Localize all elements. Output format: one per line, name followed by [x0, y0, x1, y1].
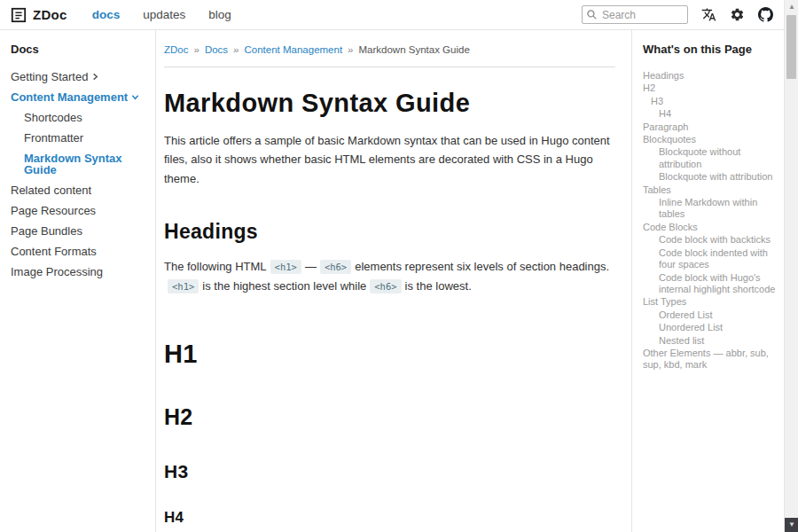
- chevron-down-icon: [131, 93, 139, 101]
- sidebar-item-label: Markdown Syntax Guide: [24, 153, 146, 176]
- sidebar-item-page-resources[interactable]: Page Resources: [11, 205, 146, 216]
- sidebar-item-label: Frontmatter: [24, 132, 83, 144]
- sidebar-item-content-management[interactable]: Content Management: [11, 91, 146, 103]
- toc-item-blockquote-with-attribution[interactable]: Blockquote with attribution: [643, 171, 777, 183]
- toc-item-h3[interactable]: H3: [643, 96, 777, 107]
- sample-heading-h4: H4: [164, 509, 615, 527]
- vertical-scrollbar[interactable]: ▲ ▼: [784, 0, 798, 532]
- sidebar-item-markdown-syntax-guide[interactable]: Markdown Syntax Guide: [11, 153, 146, 176]
- toc-item-code-block-highlight-shortcode[interactable]: Code block with Hugo's internal highligh…: [643, 272, 777, 296]
- scrollbar-thumb[interactable]: [786, 15, 796, 79]
- toc-item-blockquote-without-attribution[interactable]: Blockquote without attribution: [643, 146, 777, 170]
- scroll-up-arrow-icon[interactable]: ▲: [785, 0, 798, 14]
- toc-item-headings[interactable]: Headings: [643, 70, 777, 82]
- breadcrumb-link-docs[interactable]: Docs: [205, 44, 228, 55]
- breadcrumb: ZDoc » Docs » Content Management » Markd…: [164, 44, 615, 55]
- main-content: ZDoc » Docs » Content Management » Markd…: [156, 30, 631, 532]
- toc-item-other-elements[interactable]: Other Elements — abbr, sub, sup, kbd, ma…: [643, 348, 777, 372]
- toc-title: What's on this Page: [643, 43, 777, 56]
- nav-right: [582, 5, 773, 24]
- scroll-down-arrow-icon[interactable]: ▼: [785, 518, 798, 532]
- brand[interactable]: ZDoc: [11, 7, 67, 23]
- toc-item-paragraph[interactable]: Paragraph: [643, 121, 777, 133]
- breadcrumb-separator: »: [348, 44, 353, 55]
- headings-section-title: Headings: [164, 220, 615, 244]
- sample-heading-h2: H2: [164, 404, 615, 430]
- breadcrumb-current: Markdown Syntax Guide: [359, 44, 470, 55]
- toc-panel: What's on this Page Headings H2 H3 H4 Pa…: [631, 30, 784, 532]
- paragraph-text: —: [305, 260, 317, 273]
- toc-item-tables[interactable]: Tables: [643, 184, 777, 196]
- sidebar-item-label: Getting Started: [11, 71, 88, 82]
- toc-item-code-block-indented[interactable]: Code block indented with four spaces: [643, 247, 777, 271]
- nav-links: docs updates blog: [92, 8, 231, 21]
- breadcrumb-separator: »: [193, 44, 199, 55]
- nav-link-blog[interactable]: blog: [208, 8, 231, 21]
- toc-item-h4[interactable]: H4: [643, 108, 777, 120]
- inline-code-h6: <h6>: [370, 279, 401, 293]
- sidebar-item-label: Related content: [11, 184, 91, 196]
- toc-item-code-block-with-backticks[interactable]: Code block with backticks: [643, 234, 777, 246]
- breadcrumb-link-zdoc[interactable]: ZDoc: [164, 44, 188, 55]
- sidebar-item-getting-started[interactable]: Getting Started: [11, 71, 146, 82]
- toc-item-nested-list[interactable]: Nested list: [643, 335, 777, 347]
- toc-item-inline-markdown-within-tables[interactable]: Inline Markdown within tables: [643, 197, 777, 221]
- paragraph-text: is the lowest.: [405, 279, 472, 293]
- paragraph-text: The following HTML: [164, 260, 267, 273]
- search-icon: [586, 9, 598, 20]
- paragraph-text: elements represent six levels of section…: [355, 260, 609, 273]
- toc-item-ordered-list[interactable]: Ordered List: [643, 309, 777, 321]
- translate-icon[interactable]: [701, 7, 716, 22]
- sidebar-item-frontmatter[interactable]: Frontmatter: [11, 132, 146, 144]
- github-icon[interactable]: [758, 7, 773, 22]
- inline-code-h1: <h1>: [270, 260, 301, 274]
- inline-code-h6: <h6>: [320, 260, 351, 274]
- paragraph-text: is the highest section level while: [202, 279, 366, 293]
- headings-paragraph: The following HTML<h1>—<h6>elements repr…: [164, 257, 615, 295]
- gear-icon[interactable]: [730, 7, 745, 22]
- chevron-right-icon: [91, 73, 99, 81]
- toc-item-code-blocks[interactable]: Code Blocks: [643, 222, 777, 233]
- top-navbar: ZDoc docs updates blog: [0, 0, 784, 30]
- nav-link-updates[interactable]: updates: [143, 8, 185, 21]
- sidebar-item-label: Page Bundles: [11, 225, 82, 237]
- sidebar-title: Docs: [11, 43, 146, 56]
- sidebar-item-shortcodes[interactable]: Shortcodes: [11, 112, 146, 123]
- sidebar-item-image-processing[interactable]: Image Processing: [11, 266, 146, 278]
- docs-sidebar: Docs Getting Started Content Management …: [0, 30, 156, 532]
- toc-item-blockquotes[interactable]: Blockquotes: [643, 134, 777, 145]
- sidebar-item-label: Page Resources: [11, 205, 96, 216]
- inline-code-h1: <h1>: [168, 279, 199, 293]
- sidebar-item-related-content[interactable]: Related content: [11, 184, 146, 196]
- search-box: [582, 5, 688, 24]
- brand-name: ZDoc: [33, 7, 67, 22]
- nav-link-docs[interactable]: docs: [92, 8, 121, 21]
- sample-heading-h3: H3: [164, 461, 615, 482]
- toc-item-unordered-list[interactable]: Unordered List: [643, 322, 777, 333]
- sidebar-item-label: Content Management: [11, 91, 128, 103]
- breadcrumb-divider: [164, 66, 615, 67]
- page: ZDoc docs updates blog: [0, 0, 784, 532]
- zdoc-logo-icon: [11, 7, 27, 23]
- sidebar-item-label: Content Formats: [11, 246, 97, 257]
- toc-item-list-types[interactable]: List Types: [643, 296, 777, 308]
- body-row: Docs Getting Started Content Management …: [0, 30, 784, 532]
- breadcrumb-separator: »: [233, 44, 239, 55]
- breadcrumb-link-content-management[interactable]: Content Management: [245, 44, 343, 55]
- toc-item-h2[interactable]: H2: [643, 82, 777, 94]
- page-title: Markdown Syntax Guide: [164, 89, 615, 118]
- sidebar-item-content-formats[interactable]: Content Formats: [11, 246, 146, 257]
- sidebar-item-label: Image Processing: [11, 266, 103, 278]
- sidebar-item-label: Shortcodes: [24, 112, 82, 123]
- sample-heading-h1: H1: [164, 340, 615, 369]
- sidebar-item-page-bundles[interactable]: Page Bundles: [11, 225, 146, 237]
- intro-paragraph: This article offers a sample of basic Ma…: [164, 131, 615, 188]
- search-input[interactable]: [582, 5, 688, 24]
